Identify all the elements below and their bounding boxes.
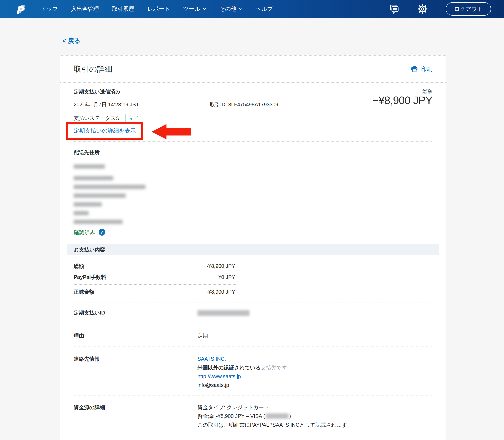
vertical-divider [205,101,205,108]
red-left-arrow-icon [151,124,191,139]
status-badge: 完了 [125,114,142,122]
arrow-head [151,124,166,139]
merchant-name-link[interactable]: SAATS INC. [197,356,226,362]
chat-bubbles-icon [389,3,399,14]
page-title: 取引の詳細 [74,64,112,74]
printer-icon [411,66,418,73]
messages-button[interactable] [389,3,399,14]
arrow-shaft [166,128,191,136]
reason-value: 定期 [197,331,208,340]
subtotal-divider [74,284,236,285]
shipping-address-section: 配送先住所 確認済み ? [60,141,446,244]
funding-type: 資金タイプ: クレジットカード [197,403,347,412]
redacted-recurring-id [197,310,249,316]
nav-item-tools[interactable]: ツール [183,5,206,13]
nav-right-cluster: ログアウト [389,2,491,16]
payment-status-label: 支払いステータス:\ [74,115,119,122]
redacted-country [74,211,89,215]
funding-source-line: 資金源: -¥8,900 JPY – VISA () [197,412,347,420]
print-label: 印刷 [421,65,432,73]
annotation-red-box: 定期支払いの詳細を表示 [66,122,143,140]
section-divider [74,141,432,141]
reason-row: 理由 定期 [74,323,432,346]
card-header: 取引の詳細 印刷 [60,56,446,83]
verified-label: 確認済み [74,229,95,236]
settings-button[interactable] [417,4,428,14]
nav-item-help[interactable]: ヘルプ [256,5,273,13]
shipping-address-heading: 配送先住所 [74,149,432,155]
top-nav: P P トップ 入出金管理 取引履歴 レポート ツール その他 ヘルプ [0,0,504,18]
statement-note: この取引は、明細書にPAYPAL *SAATS INCとして記載されます [197,420,347,429]
detail-rows: 定期支払いID 理由 定期 連絡先情報 SAATS INC. 米国以外の認証され… [60,302,446,440]
transaction-datetime: 2021年1月7日 14:23:19 JST [74,101,205,108]
total-amount: −¥8,900 JPY [372,94,432,107]
merchant-url-link[interactable]: http://www.saats.jp [197,373,241,379]
transaction-summary: 定期支払い送信済み 総額 −¥8,900 JPY 2021年1月7日 14:23… [60,83,446,141]
svg-text:P: P [16,4,25,15]
redacted-address-line [74,185,146,189]
recurring-id-label: 定期支払いID [74,308,197,317]
total-label: 総額 [422,88,432,95]
main-nav: トップ 入出金管理 取引履歴 レポート ツール その他 ヘルプ [41,5,273,13]
payment-row-fee: PayPal手数料 ¥0 JPY [74,272,432,283]
payment-amounts: 総額 -¥8,900 JPY PayPal手数料 ¥0 JPY 正味金額 -¥8… [60,255,446,302]
payment-section-heading: お支払い内容 [67,244,439,255]
view-recurring-details-link[interactable]: 定期支払いの詳細を表示 [74,128,136,134]
nav-item-activity[interactable]: 取引履歴 [112,5,135,13]
redacted-address-line [74,193,126,198]
date-and-id-row: 2021年1月7日 14:23:19 JST 取引ID: 3LF475498A1… [74,101,278,108]
funding-source-label: 資金源の詳細 [74,403,197,429]
paypal-logo-icon[interactable]: P P [15,2,25,15]
merchant-verified-suffix: 支払先です [261,365,287,371]
nav-item-reports[interactable]: レポート [147,5,170,13]
redacted-recipient-name [74,165,105,169]
recurring-id-row: 定期支払いID [74,302,432,323]
chevron-down-icon [239,8,243,10]
transaction-type: 定期支払い送信済み [74,88,121,95]
question-circle-icon[interactable]: ? [98,229,106,236]
transaction-details-card: 取引の詳細 印刷 定期支払い送信済み 総額 −¥8,900 JPY 2021年1… [60,55,446,440]
redacted-phone [74,220,123,224]
payment-row-net: 正味金額 -¥8,900 JPY [74,286,432,297]
chevron-down-icon [203,8,206,10]
contact-info-label: 連絡先情報 [74,355,197,389]
redacted-postal-code [74,202,102,206]
nav-item-money[interactable]: 入出金管理 [71,5,99,13]
redacted-address-line [74,176,113,180]
print-button[interactable]: 印刷 [411,65,432,73]
redacted-card-digits [266,413,288,419]
transaction-id: 取引ID: 3LF475498A1793309 [210,101,278,108]
logout-button[interactable]: ログアウト [446,2,491,16]
nav-item-top[interactable]: トップ [41,5,58,13]
merchant-email: info@saats.jp [197,382,229,388]
contact-info-row: 連絡先情報 SAATS INC. 米国以外の認証されている支払先です http:… [74,347,432,395]
reason-label: 理由 [74,331,197,340]
funding-source-row: 資金源の詳細 資金タイプ: クレジットカード 資金源: -¥8,900 JPY … [74,396,432,440]
merchant-verified-text: 米国以外の認証されている [197,365,261,371]
gear-icon [417,4,428,14]
back-link[interactable]: < 戻る [62,37,81,45]
svg-text:?: ? [100,230,103,235]
payment-status-row: 支払いステータス:\ 完了 [74,114,142,122]
address-verified-row: 確認済み ? [74,229,432,236]
payment-row-total: 総額 -¥8,900 JPY [74,261,432,272]
nav-item-more[interactable]: その他 [219,5,243,13]
